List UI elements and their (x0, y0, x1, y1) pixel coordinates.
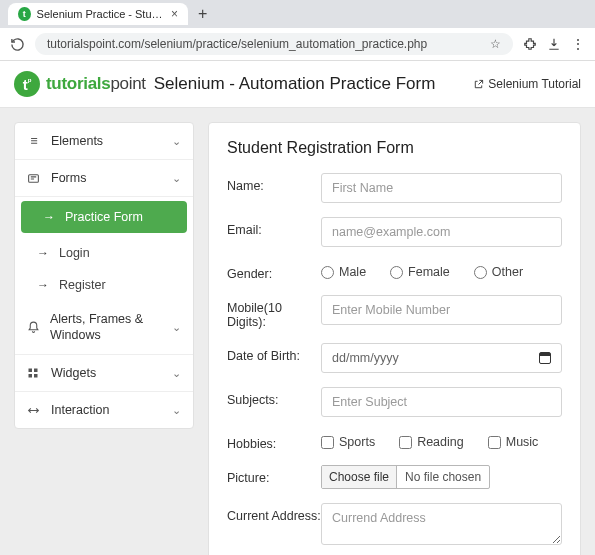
label-picture: Picture: (227, 465, 321, 485)
chevron-down-icon: ⌄ (172, 367, 181, 380)
address-textarea[interactable] (321, 503, 562, 545)
subjects-input[interactable] (321, 387, 562, 417)
sidebar-item-interaction[interactable]: Interaction ⌄ (15, 392, 193, 428)
mobile-input[interactable] (321, 295, 562, 325)
favicon-icon: t (18, 7, 31, 21)
extensions-icon[interactable] (523, 37, 537, 51)
svg-rect-2 (34, 369, 38, 373)
label-address: Current Address: (227, 503, 321, 523)
chevron-down-icon: ⌄ (172, 404, 181, 417)
bookmark-star-icon[interactable]: ☆ (490, 37, 501, 51)
form-icon (27, 172, 41, 185)
sidebar-sub-register[interactable]: → Register (15, 269, 193, 301)
tab-strip: t Selenium Practice - Student I × + (0, 0, 595, 28)
label-hobbies: Hobbies: (227, 431, 321, 451)
sidebar-item-widgets[interactable]: Widgets ⌄ (15, 355, 193, 392)
logo-text: tutorialspoint (46, 74, 146, 94)
label-name: Name: (227, 173, 321, 193)
label-email: Email: (227, 217, 321, 237)
label-gender: Gender: (227, 261, 321, 281)
address-bar: tutorialspoint.com/selenium/practice/sel… (0, 28, 595, 61)
tab-title: Selenium Practice - Student I (37, 8, 165, 20)
download-icon[interactable] (547, 37, 561, 51)
selenium-tutorial-link[interactable]: Selenium Tutorial (473, 77, 581, 91)
hobby-music-checkbox[interactable]: Music (488, 435, 539, 449)
logo-mark-icon: tp (14, 71, 40, 97)
page-header: tp tutorialspoint Selenium - Automation … (0, 61, 595, 108)
close-icon[interactable]: × (171, 7, 178, 21)
reload-icon[interactable] (10, 37, 25, 52)
name-input[interactable] (321, 173, 562, 203)
email-input[interactable] (321, 217, 562, 247)
new-tab-button[interactable]: + (192, 5, 213, 23)
gender-female-radio[interactable]: Female (390, 265, 450, 279)
bell-icon (27, 321, 40, 334)
label-mobile: Mobile(10 Digits): (227, 295, 321, 329)
picture-file-input[interactable]: Choose file No file chosen (321, 465, 490, 489)
choose-file-button[interactable]: Choose file (322, 466, 397, 488)
form-card: Student Registration Form Name: Email: G… (208, 122, 581, 555)
logo[interactable]: tp tutorialspoint (14, 71, 146, 97)
sidebar-sub-login[interactable]: → Login (15, 237, 193, 269)
gender-other-radio[interactable]: Other (474, 265, 523, 279)
arrow-right-icon: → (43, 210, 55, 224)
browser-tab[interactable]: t Selenium Practice - Student I × (8, 3, 188, 25)
list-icon: ≡ (27, 134, 41, 148)
form-title: Student Registration Form (227, 139, 562, 157)
hobby-sports-checkbox[interactable]: Sports (321, 435, 375, 449)
sidebar-item-elements[interactable]: ≡Elements ⌄ (15, 123, 193, 160)
chevron-down-icon: ⌄ (172, 172, 181, 185)
page-title: Selenium - Automation Practice Form (154, 74, 436, 94)
sidebar: ≡Elements ⌄ Forms ⌄ → Practice Form → Lo… (14, 122, 194, 429)
menu-icon[interactable]: ⋮ (571, 36, 585, 52)
dob-input[interactable]: dd/mm/yyyy (321, 343, 562, 373)
arrow-right-icon: → (37, 278, 49, 292)
interaction-icon (27, 404, 41, 417)
url-text: tutorialspoint.com/selenium/practice/sel… (47, 37, 427, 51)
gender-male-radio[interactable]: Male (321, 265, 366, 279)
url-input[interactable]: tutorialspoint.com/selenium/practice/sel… (35, 33, 513, 55)
svg-rect-3 (29, 374, 33, 378)
chevron-down-icon: ⌄ (172, 321, 181, 334)
sidebar-item-alerts[interactable]: Alerts, Frames & Windows ⌄ (15, 301, 193, 355)
label-subjects: Subjects: (227, 387, 321, 407)
file-status: No file chosen (397, 466, 489, 488)
widgets-icon (27, 367, 41, 379)
calendar-icon (539, 352, 551, 364)
svg-rect-4 (34, 374, 38, 378)
sidebar-item-forms[interactable]: Forms ⌄ (15, 160, 193, 197)
chevron-down-icon: ⌄ (172, 135, 181, 148)
arrow-right-icon: → (37, 246, 49, 260)
svg-rect-1 (29, 369, 33, 373)
hobby-reading-checkbox[interactable]: Reading (399, 435, 464, 449)
label-dob: Date of Birth: (227, 343, 321, 363)
sidebar-sub-practice-form[interactable]: → Practice Form (21, 201, 187, 233)
